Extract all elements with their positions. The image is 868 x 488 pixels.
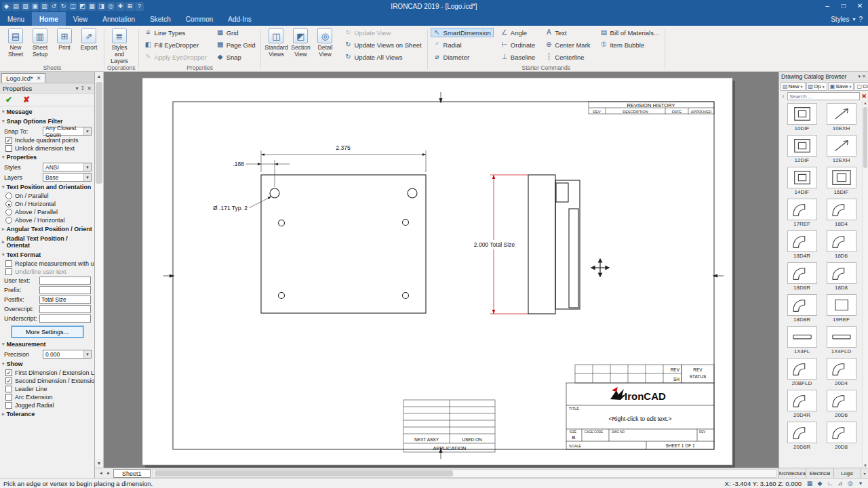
- ribbon-tab[interactable]: Annotation: [95, 12, 142, 26]
- radio-row[interactable]: On / Parallel: [0, 192, 94, 200]
- redo-icon[interactable]: ↻: [59, 2, 68, 11]
- section-show[interactable]: ▾Show: [0, 359, 94, 369]
- collapse-panel-button[interactable]: ‹: [781, 93, 786, 100]
- ribbon-small-button[interactable]: ① Item Bubble: [597, 40, 662, 49]
- search-input[interactable]: [787, 92, 860, 100]
- catalog-item[interactable]: 18D4R: [783, 230, 821, 259]
- drawing-sheet[interactable]: REVISION HISTORY REV DESCRIPTION DATE AP…: [104, 72, 778, 468]
- checkbox-row[interactable]: Leader Line: [0, 385, 94, 393]
- minimize-button[interactable]: –: [819, 0, 835, 12]
- catalog-item[interactable]: 17REF: [783, 199, 821, 227]
- checkbox[interactable]: [5, 402, 12, 409]
- checkbox[interactable]: [5, 394, 12, 401]
- open-icon[interactable]: ▧: [21, 2, 30, 11]
- clear-search-icon[interactable]: ✕: [861, 93, 867, 100]
- catalog-toolbar-button[interactable]: ▤ New ▼: [781, 82, 806, 91]
- checkbox[interactable]: ✓: [5, 369, 12, 376]
- options-chevron-icon[interactable]: ▾: [856, 480, 865, 487]
- catalog-item[interactable]: 20D8: [823, 422, 860, 450]
- snap-icon[interactable]: ◆: [816, 480, 824, 487]
- catalog-item[interactable]: 1X4FL: [783, 326, 821, 354]
- help-icon[interactable]: ?: [135, 2, 144, 11]
- chevron-down-icon[interactable]: ▾: [861, 468, 868, 478]
- radio-button[interactable]: [5, 209, 12, 216]
- catalog-item[interactable]: 20D6: [823, 390, 860, 418]
- ribbon-tab[interactable]: Sketch: [142, 12, 178, 26]
- grid-icon[interactable]: ▦: [87, 2, 96, 11]
- text-field[interactable]: [39, 305, 91, 313]
- horizontal-scrollbar[interactable]: [153, 469, 776, 478]
- radio-button[interactable]: [5, 192, 12, 199]
- ribbon-big-button[interactable]: ◫ StandardViews: [264, 27, 288, 60]
- catalog-tab[interactable]: Architectural: [779, 468, 806, 478]
- catalog-item[interactable]: 20D4: [823, 358, 860, 386]
- ribbon-small-button[interactable]: ∠ Angle: [498, 28, 538, 37]
- pin-icon[interactable]: ↧: [81, 85, 85, 92]
- close-icon[interactable]: ✕: [37, 75, 41, 81]
- catalog-item[interactable]: 19REF: [823, 294, 860, 323]
- ribbon-small-button[interactable]: ↻ Update All Views: [341, 52, 424, 62]
- snap-to-dropdown[interactable]: Any Closest Geom▼: [43, 127, 92, 136]
- catalog-item[interactable]: 18D4: [823, 199, 860, 227]
- catalog-item[interactable]: 20D4R: [783, 390, 821, 418]
- dimension-total-size[interactable]: 2.000 Total Size: [474, 241, 515, 248]
- radio-row[interactable]: Above / Horizontal: [0, 216, 94, 224]
- catalog-item[interactable]: 14DIF: [783, 167, 821, 195]
- catalog-toolbar-button[interactable]: ▣ Save ▼: [828, 82, 854, 91]
- checkbox-row[interactable]: Arc Extension: [0, 393, 94, 401]
- camera-icon[interactable]: ◨: [97, 2, 106, 11]
- close-icon[interactable]: ✕: [87, 85, 92, 92]
- ribbon-small-button[interactable]: ↖ SmartDimension: [431, 28, 494, 37]
- ribbon-small-button[interactable]: ⊢ Ordinate: [498, 40, 538, 49]
- layers-dropdown[interactable]: Base▼: [43, 173, 92, 182]
- pan-icon[interactable]: ✚: [116, 2, 125, 11]
- ribbon-tab[interactable]: Add-Ins: [220, 12, 258, 26]
- paste-icon[interactable]: ◩: [78, 2, 87, 11]
- text-field[interactable]: [39, 277, 91, 285]
- checkbox-row[interactable]: ✓ First Dimension / Extension Line: [0, 369, 94, 377]
- catalog-item[interactable]: 1X4FLD: [823, 326, 860, 354]
- catalog-toolbar-button[interactable]: ▢ Clo ▼: [854, 82, 868, 91]
- undo-icon[interactable]: ↺: [50, 2, 58, 11]
- ribbon-small-button[interactable]: ⊥ Baseline: [498, 52, 538, 62]
- checkbox-row[interactable]: Jogged Radial: [0, 401, 94, 409]
- next-sheet-button[interactable]: ▸: [105, 470, 112, 476]
- copy-icon[interactable]: ◫: [68, 2, 77, 11]
- radio-row[interactable]: Above / Parallel: [0, 208, 94, 216]
- dimension-hole-note[interactable]: Ø .171 Typ. 2: [213, 205, 248, 211]
- checkbox[interactable]: ✓: [5, 137, 12, 144]
- section-measurement[interactable]: ▾Measurement: [0, 340, 94, 349]
- catalog-item[interactable]: 18D8R: [783, 294, 821, 323]
- help-icon[interactable]: ?: [859, 16, 863, 23]
- catalog-item[interactable]: 20D6R: [783, 422, 821, 450]
- ribbon-small-button[interactable]: ◆ Snap: [214, 52, 258, 62]
- ribbon-small-button[interactable]: ▦ Grid: [214, 28, 258, 37]
- ribbon-big-button[interactable]: ◎ DetailView: [313, 27, 337, 60]
- section-radial-text[interactable]: ▸Radial Text Position / Orientat: [0, 234, 94, 250]
- ribbon-small-button[interactable]: ⊕ Center Mark: [542, 40, 593, 49]
- checkbox[interactable]: [5, 145, 12, 152]
- save-icon[interactable]: ▣: [31, 2, 39, 11]
- text-field[interactable]: [39, 296, 91, 304]
- target-icon[interactable]: ◎: [846, 480, 854, 487]
- catalog-item[interactable]: 10EXH: [823, 103, 860, 131]
- scroll-down-icon[interactable]: ▼: [863, 464, 868, 468]
- dimension-offset[interactable]: .188: [233, 161, 244, 167]
- new-icon[interactable]: ▤: [12, 2, 20, 11]
- chevron-down-icon[interactable]: ▾: [859, 74, 861, 79]
- ribbon-small-button[interactable]: ┆ Centerline: [542, 52, 593, 62]
- ribbon-tab[interactable]: View: [66, 12, 96, 26]
- chevron-down-icon[interactable]: ▾: [852, 16, 855, 22]
- catalog-item[interactable]: 18D8: [823, 262, 860, 291]
- close-button[interactable]: ✕: [852, 0, 868, 12]
- checkbox-row[interactable]: Unlock dimension text: [0, 144, 94, 152]
- ribbon-tab[interactable]: Menu: [0, 12, 32, 26]
- ortho-icon[interactable]: ∟: [826, 480, 834, 487]
- ribbon-tab[interactable]: Home: [32, 12, 66, 26]
- catalog-toolbar-button[interactable]: ▧ Op ▼: [806, 82, 827, 91]
- checkbox-row[interactable]: Underline user text: [0, 268, 94, 276]
- close-icon[interactable]: ✕: [862, 74, 866, 79]
- precision-dropdown[interactable]: 0.000▼: [43, 350, 92, 359]
- section-properties[interactable]: ▾Properties: [0, 152, 94, 162]
- text-field[interactable]: [39, 286, 91, 294]
